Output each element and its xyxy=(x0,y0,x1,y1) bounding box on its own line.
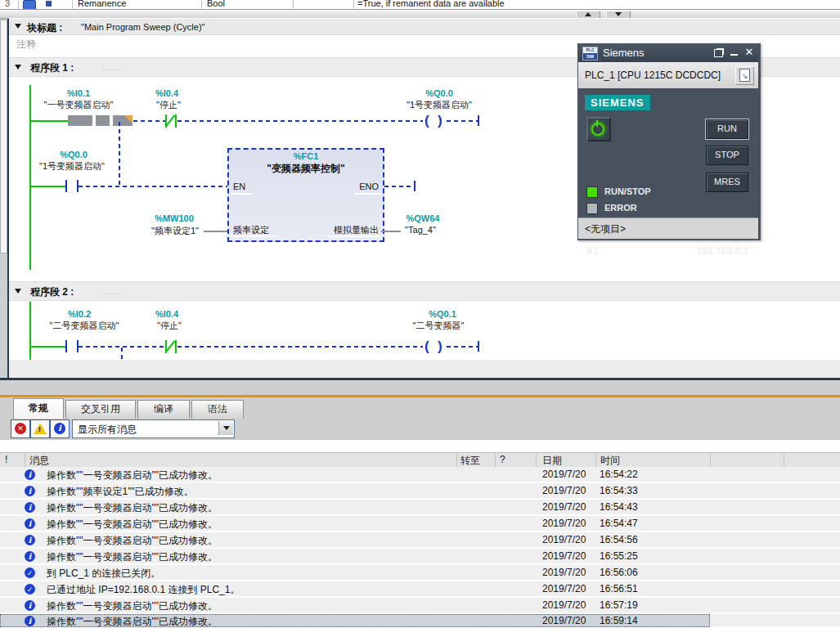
tab-compile[interactable]: 编译 xyxy=(137,400,190,419)
message-row-selected[interactable]: 操作数""一号变频器启动""已成功修改。 2019/7/20 16:59:14 xyxy=(0,614,840,628)
block-comment[interactable]: 注释 xyxy=(16,38,36,52)
contact1-drag-ghost[interactable] xyxy=(96,115,110,126)
contact1-name[interactable]: "一号变频器启动" xyxy=(44,99,114,111)
no-contact[interactable] xyxy=(65,180,67,192)
var-type[interactable]: Bool xyxy=(207,0,225,8)
contact2-name[interactable]: "停止" xyxy=(156,99,181,111)
coil-symbol[interactable]: ) xyxy=(438,114,442,128)
coil-address[interactable]: %Q0.1 xyxy=(429,309,456,319)
coil-symbol[interactable]: ( xyxy=(424,339,429,353)
run-button[interactable]: RUN xyxy=(706,119,748,139)
contact1-drag-ghost[interactable] xyxy=(68,115,92,126)
run-stop-label: RUN/STOP xyxy=(604,186,651,196)
dropdown-arrow-button[interactable] xyxy=(218,421,233,435)
wire-segment xyxy=(79,186,227,187)
plcsim-footer: <无项目> xyxy=(578,218,758,239)
message-row[interactable]: 操作数""一号变频器启动""已成功修改。 2019/7/20 16:57:19 xyxy=(0,598,840,614)
close-icon[interactable]: ✕ xyxy=(743,47,755,58)
branch-contact-address[interactable]: %Q0.0 xyxy=(60,150,88,159)
restore-icon[interactable] xyxy=(714,49,723,57)
fc-input-name[interactable]: "频率设定1" xyxy=(151,225,199,237)
contact2-name[interactable]: "停止" xyxy=(157,320,182,332)
switch-view-button[interactable]: ↘ xyxy=(735,66,754,85)
interface-table-row[interactable]: 3 Remanence Bool =True, if remanent data… xyxy=(0,0,840,10)
network2-header[interactable]: 程序段 2 : ...... xyxy=(9,281,840,301)
col-header-date[interactable]: 日期 xyxy=(542,454,562,468)
var-comment[interactable]: =True, if remanent data are available xyxy=(357,0,505,8)
nc-contact[interactable] xyxy=(175,114,177,128)
col-sep xyxy=(18,0,19,9)
fc-output-name[interactable]: "Tag_4" xyxy=(405,225,436,235)
minimize-icon[interactable] xyxy=(730,54,738,56)
col-header-goto[interactable]: 转至 xyxy=(460,454,480,468)
fc-block-name[interactable]: "变频器频率控制" xyxy=(267,162,344,176)
coil-name[interactable]: "1号变频器启动" xyxy=(407,99,472,111)
message-filter-dropdown[interactable]: 显示所有消息 xyxy=(72,419,235,438)
col-header-question[interactable]: ? xyxy=(500,454,505,465)
message-row[interactable]: 操作数""一号变频器启动""已成功修改。 2019/7/20 16:54:43 xyxy=(0,500,840,516)
nc-contact[interactable] xyxy=(175,340,177,353)
message-row[interactable]: 操作数""一号变频器启动""已成功修改。 2019/7/20 16:54:47 xyxy=(0,516,840,532)
message-row[interactable]: 操作数""一号变频器启动""已成功修改。 2019/7/20 16:55:25 xyxy=(0,549,840,565)
fc-eno-pin[interactable]: ENO xyxy=(359,182,379,191)
tab-syntax[interactable]: 语法 xyxy=(191,400,244,419)
message-time: 16:54:22 xyxy=(600,469,638,480)
collapse-triangle-icon[interactable] xyxy=(15,24,21,29)
message-row[interactable]: 到 PLC_1 的连接已关闭。 2019/7/20 16:56:06 xyxy=(0,565,840,581)
info-icon xyxy=(54,423,65,434)
plcsim-titlebar[interactable]: PLC SIM Siemens ✕ xyxy=(578,44,758,62)
network1-comment-dots[interactable]: ...... xyxy=(102,62,122,72)
contact1-address[interactable]: %I0.1 xyxy=(67,88,90,98)
filter-warnings-button[interactable] xyxy=(30,419,50,438)
fc1-block[interactable]: %FC1 "变频器频率控制" EN ENO 频率设定 模拟量输出 xyxy=(227,148,384,242)
message-text: 已通过地址 IP=192.168.0.1 连接到 PLC_1。 xyxy=(47,583,240,597)
message-text: 操作数""一号变频器启动""已成功修改。 xyxy=(47,501,218,515)
message-row[interactable]: 操作数""一号变频器启动""已成功修改。 2019/7/20 16:54:22 xyxy=(0,467,840,483)
wire-segment xyxy=(133,120,165,122)
tab-general[interactable]: 常规 xyxy=(13,398,64,419)
block-title-value[interactable]: "Main Program Sweep (Cycle)" xyxy=(81,22,204,32)
fc-en-pin[interactable]: EN xyxy=(233,182,245,191)
coil-address[interactable]: %Q0.0 xyxy=(425,88,453,98)
branch-contact-name[interactable]: "1号变频器启动" xyxy=(39,160,105,173)
message-time: 16:56:51 xyxy=(600,583,638,594)
col-header-severity[interactable]: ! xyxy=(5,454,7,465)
message-row[interactable]: 操作数""频率设定1""已成功修改。 2019/7/20 16:54:33 xyxy=(0,483,840,500)
collapse-triangle-icon[interactable] xyxy=(15,65,21,70)
col-sep xyxy=(353,0,354,9)
fc-output-address[interactable]: %QW64 xyxy=(407,213,440,223)
power-rail xyxy=(29,85,31,270)
mres-button[interactable]: MRES xyxy=(706,173,748,192)
left-scrollbar[interactable] xyxy=(0,20,7,253)
tab-cross-references[interactable]: 交叉引用 xyxy=(65,400,136,419)
contact1-address[interactable]: %I0.2 xyxy=(68,309,91,319)
coil-symbol[interactable]: ) xyxy=(438,339,442,353)
fc-block-address[interactable]: %FC1 xyxy=(294,151,319,161)
contact2-address[interactable]: %I0.4 xyxy=(155,88,178,98)
coil-name[interactable]: "二号变频器" xyxy=(413,320,465,332)
message-time: 16:54:33 xyxy=(600,485,638,496)
no-contact[interactable] xyxy=(65,340,67,352)
var-name[interactable]: Remanence xyxy=(78,0,126,8)
col-header-message[interactable]: 消息 xyxy=(29,454,49,468)
message-date: 2019/7/20 xyxy=(542,485,586,496)
col-header-time[interactable]: 时间 xyxy=(600,454,620,468)
power-button[interactable] xyxy=(586,117,611,141)
fc-input-address[interactable]: %MW100 xyxy=(155,213,194,223)
contact1-name[interactable]: "二号变频器启动" xyxy=(50,320,119,332)
message-row[interactable]: 已通过地址 IP=192.168.0.1 连接到 PLC_1。 2019/7/2… xyxy=(0,581,840,598)
contact2-address[interactable]: %I0.4 xyxy=(155,309,178,319)
plcsim-window[interactable]: PLC SIM Siemens ✕ PLC_1 [CPU 1215C DCDCD… xyxy=(577,43,761,240)
message-text: 操作数""一号变频器启动""已成功修改。 xyxy=(47,615,218,628)
fc-output-pin[interactable]: 模拟量输出 xyxy=(334,224,379,236)
stop-button[interactable]: STOP xyxy=(706,146,748,165)
message-text: 操作数""一号变频器启动""已成功修改。 xyxy=(47,550,218,564)
message-row[interactable]: 操作数""一号变频器启动""已成功修改。 2019/7/20 16:54:56 xyxy=(0,532,840,549)
fc-input-pin[interactable]: 频率设定 xyxy=(233,224,269,236)
ip-address[interactable]: 192.168.0.1 xyxy=(697,245,748,257)
collapse-triangle-icon[interactable] xyxy=(15,289,21,294)
coil-symbol[interactable]: ( xyxy=(424,114,429,128)
filter-info-button[interactable] xyxy=(50,419,70,438)
filter-errors-button[interactable] xyxy=(11,419,30,438)
network2-comment-dots[interactable]: ...... xyxy=(102,286,122,296)
